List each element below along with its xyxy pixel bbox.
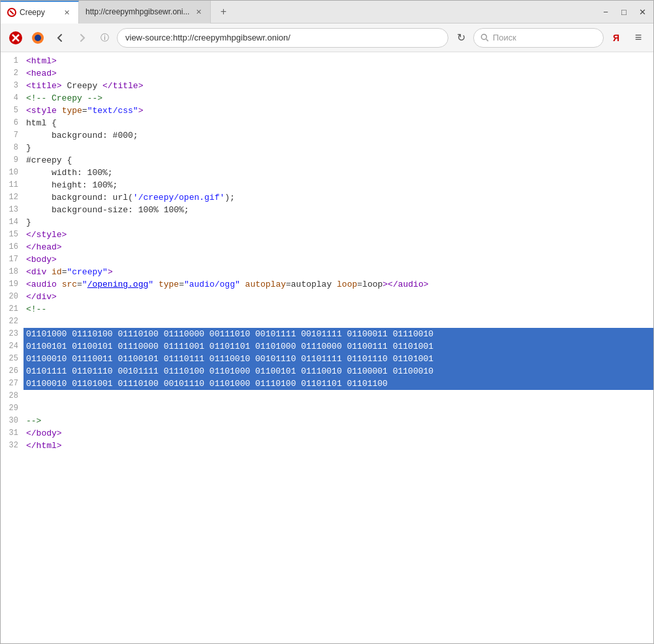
svg-line-6 [486, 39, 488, 41]
svg-point-5 [482, 35, 487, 40]
line-content: 01101111 01101110 00101111 01110100 0110… [23, 365, 653, 378]
tab1-close-button[interactable]: ✕ [61, 7, 72, 18]
security-icon [6, 28, 25, 48]
menu-button[interactable]: ≡ [629, 28, 648, 48]
table-row: 21<!-- [1, 303, 653, 315]
line-content: 01100101 01100101 01110000 01111001 0110… [23, 340, 653, 353]
table-row: 8} [1, 142, 653, 154]
tab-source[interactable]: http://creepymhpgibsewr.oni... ✕ [79, 1, 211, 24]
table-row: 30--> [1, 415, 653, 427]
new-tab-button[interactable]: + [213, 2, 233, 22]
table-row: 22 [1, 315, 653, 328]
yandex-icon: Я [606, 28, 626, 48]
line-content: </head> [23, 241, 653, 253]
table-row: 29 [1, 402, 653, 415]
search-placeholder: Поиск [493, 33, 516, 42]
line-number: 20 [1, 291, 23, 303]
browser-logo-icon [28, 28, 48, 48]
line-number: 23 [1, 328, 23, 340]
source-view: 1<html>2<head>3<title> Creepy </title>4<… [1, 52, 653, 643]
svg-point-4 [35, 35, 41, 41]
table-row: 16</head> [1, 241, 653, 253]
line-content: </body> [23, 427, 653, 440]
table-row: 28 [1, 390, 653, 402]
forward-button[interactable] [72, 28, 92, 48]
tab-creepy[interactable]: Creepy ✕ [1, 1, 79, 24]
table-row: 31</body> [1, 427, 653, 440]
search-box[interactable]: Поиск [473, 28, 604, 48]
tab2-close-button[interactable]: ✕ [193, 7, 204, 17]
table-row: 7 background: #000; [1, 129, 653, 142]
line-number: 24 [1, 340, 23, 353]
line-content: <audio src="/opening.ogg" type="audio/og… [23, 278, 653, 291]
line-number: 30 [1, 415, 23, 427]
line-content: <html> [23, 55, 653, 67]
line-number: 17 [1, 253, 23, 266]
new-tab-icon: + [221, 6, 226, 18]
table-row: 2601101111 01101110 00101111 01110100 01… [1, 365, 653, 378]
line-number: 29 [1, 402, 23, 415]
back-button[interactable] [50, 28, 70, 48]
line-number: 7 [1, 129, 23, 142]
window-controls: − □ ✕ [597, 3, 653, 20]
table-row: 17<body> [1, 253, 653, 266]
tab2-label: http://creepymhpgibsewr.oni... [86, 7, 189, 16]
table-row: 19<audio src="/opening.ogg" type="audio/… [1, 278, 653, 291]
table-row: 2<head> [1, 67, 653, 80]
line-number: 12 [1, 191, 23, 204]
line-number: 9 [1, 154, 23, 167]
table-row: 2301101000 01110100 01110100 01110000 00… [1, 328, 653, 340]
table-row: 4<!-- Creepy --> [1, 92, 653, 105]
line-content: 01100010 01101001 01110100 00101110 0110… [23, 378, 653, 390]
address-bar[interactable]: view-source:http://creepymhpgibsewr.onio… [117, 28, 448, 48]
close-button[interactable]: ✕ [634, 3, 651, 20]
line-content: height: 100%; [23, 179, 653, 191]
table-row: 32</html> [1, 440, 653, 452]
line-number: 31 [1, 427, 23, 440]
address-text: view-source:http://creepymhpgibsewr.onio… [125, 33, 290, 42]
line-number: 13 [1, 204, 23, 216]
table-row: 2401100101 01100101 01110000 01111001 01… [1, 340, 653, 353]
line-content: background-size: 100% 100%; [23, 204, 653, 216]
line-number: 2 [1, 67, 23, 80]
table-row: 12 background: url('/creepy/open.gif'); [1, 191, 653, 204]
table-row: 1<html> [1, 55, 653, 67]
tab1-label: Creepy [20, 8, 57, 17]
table-row: 13 background-size: 100% 100%; [1, 204, 653, 216]
table-row: 3<title> Creepy </title> [1, 80, 653, 92]
refresh-button[interactable]: ↻ [451, 28, 471, 48]
line-number: 26 [1, 365, 23, 378]
browser-window: Creepy ✕ http://creepymhpgibsewr.oni... … [0, 0, 654, 644]
table-row: 18<div id="creepy"> [1, 266, 653, 278]
line-number: 8 [1, 142, 23, 154]
line-content: <!-- Creepy --> [23, 92, 653, 105]
line-content: <title> Creepy </title> [23, 80, 653, 92]
minimize-button[interactable]: − [597, 3, 614, 20]
line-content: <div id="creepy"> [23, 266, 653, 278]
line-number: 15 [1, 229, 23, 241]
line-content: --> [23, 415, 653, 427]
table-row: 5<style type="text/css"> [1, 105, 653, 117]
line-number: 25 [1, 353, 23, 365]
line-content: background: url('/creepy/open.gif'); [23, 191, 653, 204]
tab-favicon [7, 8, 16, 17]
line-content: background: #000; [23, 129, 653, 142]
line-content: <!-- [23, 303, 653, 315]
info-icon[interactable]: ⓘ [95, 28, 114, 48]
audio-src-link[interactable]: /opening.ogg [87, 280, 149, 289]
line-content: } [23, 142, 653, 154]
table-row: 6html { [1, 117, 653, 129]
table-row: 11 height: 100%; [1, 179, 653, 191]
table-row: 2701100010 01101001 01110100 00101110 01… [1, 378, 653, 390]
line-content: </html> [23, 440, 653, 452]
line-number: 28 [1, 390, 23, 402]
maximize-button[interactable]: □ [615, 3, 632, 20]
line-number: 14 [1, 216, 23, 229]
line-content: width: 100%; [23, 167, 653, 179]
line-content: </style> [23, 229, 653, 241]
line-number: 18 [1, 266, 23, 278]
line-content: 01101000 01110100 01110100 01110000 0011… [23, 328, 653, 340]
line-content: <body> [23, 253, 653, 266]
line-number: 6 [1, 117, 23, 129]
line-number: 11 [1, 179, 23, 191]
